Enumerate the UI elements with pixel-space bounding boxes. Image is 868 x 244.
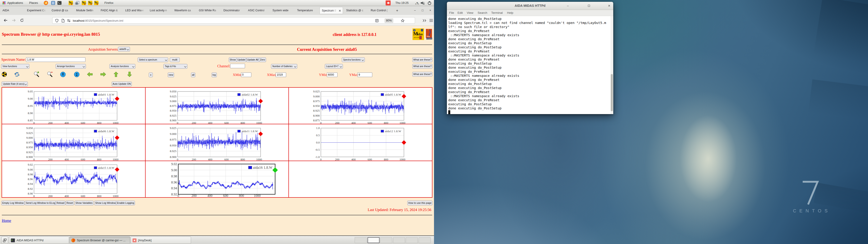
log-button-empty-log-window[interactable]: Empty Log Window bbox=[1, 201, 25, 205]
workspace-3[interactable] bbox=[380, 237, 392, 243]
permissions-icon[interactable] bbox=[67, 19, 71, 23]
shield-icon[interactable] bbox=[55, 19, 59, 23]
browser-tab-10[interactable]: Discriminator bbox=[221, 7, 245, 14]
hamburger-menu-icon[interactable] bbox=[429, 19, 433, 22]
terminal-content[interactable]: done executing do_PostSetup loading Spec… bbox=[447, 16, 613, 114]
log-button-show-log-window[interactable]: Show Log Window bbox=[94, 201, 117, 205]
layout-id-select[interactable]: Layout ID=7 bbox=[325, 64, 343, 69]
firefox-launcher-icon[interactable] bbox=[43, 0, 49, 5]
taskbar-window-3[interactable]: [AnyDesk] bbox=[131, 237, 191, 244]
anydesk-tray-icon[interactable] bbox=[385, 0, 391, 6]
terminal-menu-file[interactable]: File bbox=[449, 11, 454, 14]
browser-tab-12[interactable]: System wide bbox=[271, 7, 294, 14]
auto-update-button[interactable]: Auto Update ON bbox=[112, 82, 132, 86]
applications-menu-icon[interactable] bbox=[2, 0, 6, 5]
spectra-functions-select[interactable]: Spectra functions bbox=[342, 57, 365, 62]
browser-tab-5[interactable]: FADC Align & bbox=[98, 7, 122, 14]
what-are-these-button-2[interactable]: What are these? bbox=[412, 64, 432, 69]
terminal-close-button[interactable]: ✕ bbox=[608, 4, 611, 8]
arrow-right-icon[interactable] bbox=[100, 72, 106, 77]
log-button-show-variables[interactable]: Show Variables bbox=[74, 201, 94, 205]
browser-tab-6[interactable]: LED and Wave bbox=[123, 7, 147, 14]
workspace-5[interactable] bbox=[406, 237, 418, 243]
midas-launcher-icon-2[interactable]: M idas bbox=[81, 0, 86, 5]
screenshot-launcher-icon[interactable] bbox=[75, 0, 80, 5]
ymin-input[interactable] bbox=[327, 72, 338, 77]
workspace-2[interactable] bbox=[368, 237, 379, 243]
browser-tab-1[interactable]: AIDA bbox=[0, 7, 24, 14]
multi-button[interactable]: multi bbox=[170, 57, 180, 62]
zoom-level-badge[interactable]: 80% bbox=[384, 18, 393, 23]
terminal-menu-edit[interactable]: Edit bbox=[458, 11, 463, 14]
radioactive-icon[interactable] bbox=[2, 72, 7, 77]
how-to-use-button[interactable]: How to use this page bbox=[407, 201, 432, 205]
url-bar[interactable]: localhost:8015/Spectrum/Spectrum.tml 80% bbox=[52, 17, 415, 24]
new-button[interactable]: new bbox=[168, 72, 174, 77]
arrow-up-icon[interactable] bbox=[114, 71, 119, 77]
select-spectrum-dropdown[interactable]: Select a spectrum bbox=[138, 57, 168, 62]
scroll-up-icon[interactable] bbox=[74, 72, 80, 77]
xmin-input[interactable] bbox=[241, 72, 251, 77]
arrow-left-icon[interactable] bbox=[87, 72, 93, 77]
reader-mode-icon[interactable] bbox=[375, 19, 379, 22]
number-of-galleries-select[interactable]: Number of Galleries bbox=[271, 64, 297, 69]
terminal-menu-help[interactable]: Help bbox=[507, 11, 513, 14]
x-button[interactable]: x bbox=[149, 72, 153, 77]
browser-tab-15[interactable]: Statistics @ c bbox=[344, 7, 367, 14]
log-button-reset[interactable]: Reset bbox=[66, 201, 74, 205]
tab-close-icon[interactable] bbox=[339, 10, 341, 12]
forward-button[interactable] bbox=[11, 18, 16, 22]
arrange-functions-select[interactable]: Arrange functions bbox=[56, 64, 86, 69]
url-text[interactable]: localhost:8015/Spectrum/Spectrum.tml bbox=[73, 19, 123, 22]
spectrum-name-input[interactable] bbox=[26, 57, 86, 62]
tags-fits-select[interactable]: Tags & Fits bbox=[163, 64, 187, 69]
browser-tab-4[interactable]: Module Settin bbox=[74, 7, 97, 14]
what-are-these-button-1[interactable]: What are these? bbox=[412, 57, 432, 62]
browser-tab-16[interactable]: Run Control ( bbox=[369, 7, 392, 14]
terminal-minimize-button[interactable]: – bbox=[566, 4, 569, 8]
browser-tab-3[interactable]: Control @ ca bbox=[50, 7, 73, 14]
terminal-menu-terminal[interactable]: Terminal bbox=[491, 11, 503, 14]
channel-input[interactable] bbox=[230, 64, 245, 68]
terminal-launcher-icon[interactable] bbox=[57, 0, 62, 5]
all-button[interactable]: all bbox=[191, 72, 195, 77]
new-tab-button[interactable]: + bbox=[396, 9, 398, 12]
terminal-titlebar[interactable]: AIDA MIDAS HTTPd – ✕ bbox=[447, 2, 613, 10]
taskbar-window-2[interactable]: Spectrum Browser @ carme-gsi — ... bbox=[69, 237, 130, 244]
terminal-menu-view[interactable]: View bbox=[467, 11, 473, 14]
refresh-icon[interactable] bbox=[14, 72, 20, 77]
show-button[interactable]: Show bbox=[229, 57, 237, 62]
log-button-enable-logging[interactable]: Enable Logging bbox=[116, 201, 135, 205]
terminal-scrollbar-thumb[interactable] bbox=[611, 74, 613, 111]
zero-button[interactable]: Zero bbox=[259, 57, 266, 62]
workspace-4[interactable] bbox=[393, 237, 405, 243]
taskbar-window-1[interactable]: AIDA MIDAS HTTPd bbox=[9, 237, 69, 244]
volume-muted-tray-icon[interactable] bbox=[420, 0, 425, 5]
home-link[interactable]: Home bbox=[2, 218, 11, 223]
workspace-1[interactable] bbox=[355, 237, 367, 243]
ymax-input[interactable] bbox=[358, 72, 372, 77]
browser-tab-2[interactable]: Experiment Co bbox=[25, 7, 49, 14]
log-button-reload[interactable]: Reload bbox=[56, 201, 65, 205]
window-minimize-button[interactable]: – bbox=[413, 8, 416, 12]
log-button[interactable]: log bbox=[212, 72, 217, 77]
applications-menu[interactable]: Applications bbox=[7, 1, 23, 4]
update-button[interactable]: Update bbox=[237, 57, 246, 62]
zoom-in-icon[interactable] bbox=[33, 71, 40, 78]
page-info-icon[interactable] bbox=[61, 19, 65, 23]
xmax-input[interactable] bbox=[276, 72, 286, 77]
terminal-menu-search[interactable]: Search bbox=[477, 11, 487, 14]
update-rate-select[interactable]: Update Rate (4 secs) bbox=[2, 82, 28, 86]
back-button[interactable] bbox=[3, 18, 8, 22]
browser-tab-8[interactable]: Waveform ca bbox=[172, 7, 195, 14]
overflow-menu-icon[interactable] bbox=[422, 19, 427, 22]
window-maximize-button[interactable]: □ bbox=[421, 8, 424, 12]
clock[interactable]: Thu 19:25 bbox=[395, 1, 409, 4]
network-tray-icon[interactable]: ? bbox=[414, 0, 420, 5]
terminal-scrollbar[interactable] bbox=[611, 16, 613, 114]
update-all-button[interactable]: Update All bbox=[246, 57, 259, 62]
log-button-send-log-window-to-elog[interactable]: Send Log Window to ELog bbox=[25, 201, 56, 205]
analysis-functions-select[interactable]: Analysis functions bbox=[110, 64, 135, 69]
file-manager-icon[interactable] bbox=[51, 0, 56, 5]
browser-tab-13[interactable]: Temperature bbox=[295, 7, 318, 14]
